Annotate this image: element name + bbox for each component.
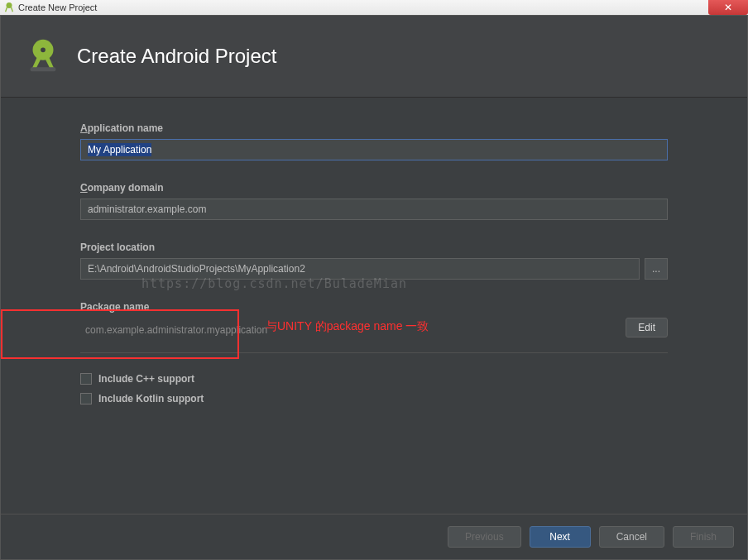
dialog: Create Android Project AApplication name… bbox=[0, 15, 748, 560]
kotlin-support-label: Include Kotlin support bbox=[98, 393, 204, 404]
svg-rect-3 bbox=[31, 67, 56, 71]
cpp-support-checkbox[interactable] bbox=[80, 373, 92, 385]
cancel-button[interactable]: Cancel bbox=[599, 526, 664, 548]
dialog-title: Create Android Project bbox=[77, 45, 276, 68]
application-name-label: AApplication namepplication name bbox=[80, 122, 668, 134]
android-studio-logo-icon bbox=[24, 36, 62, 77]
project-location-group: Project location ... bbox=[80, 242, 668, 280]
browse-button[interactable]: ... bbox=[645, 258, 668, 280]
finish-button: Finish bbox=[673, 526, 734, 548]
close-icon: ✕ bbox=[724, 2, 732, 13]
dialog-body: AApplication namepplication name My Appl… bbox=[1, 98, 747, 514]
svg-point-2 bbox=[41, 47, 46, 52]
project-location-input[interactable] bbox=[80, 258, 640, 280]
dialog-footer: Previous Next Cancel Finish bbox=[1, 514, 747, 559]
titlebar: Create New Project ✕ bbox=[0, 0, 748, 15]
cpp-support-row[interactable]: Include C++ support bbox=[80, 373, 668, 385]
application-name-group: AApplication namepplication name My Appl… bbox=[80, 122, 668, 160]
next-button[interactable]: Next bbox=[530, 526, 591, 548]
application-name-input[interactable]: My Application bbox=[80, 139, 668, 160]
company-domain-label: Company domainCompany domain bbox=[80, 182, 668, 194]
window-title: Create New Project bbox=[18, 2, 97, 12]
company-domain-input[interactable] bbox=[80, 199, 668, 220]
package-name-label: Package name bbox=[80, 301, 617, 313]
kotlin-support-checkbox[interactable] bbox=[80, 393, 92, 404]
edit-button[interactable]: Edit bbox=[626, 318, 668, 337]
kotlin-support-row[interactable]: Include Kotlin support bbox=[80, 393, 668, 404]
dialog-header: Create Android Project bbox=[1, 16, 747, 98]
close-button[interactable]: ✕ bbox=[708, 0, 748, 15]
cpp-support-label: Include C++ support bbox=[98, 373, 194, 385]
svg-point-0 bbox=[7, 2, 12, 8]
package-name-value: com.example.administrator.myapplication bbox=[80, 318, 617, 336]
project-location-label: Project location bbox=[80, 242, 668, 253]
previous-button: Previous bbox=[448, 526, 521, 548]
package-name-row: Package name com.example.administrator.m… bbox=[80, 301, 668, 353]
company-domain-group: Company domainCompany domain bbox=[80, 182, 668, 220]
android-studio-icon bbox=[3, 2, 15, 13]
